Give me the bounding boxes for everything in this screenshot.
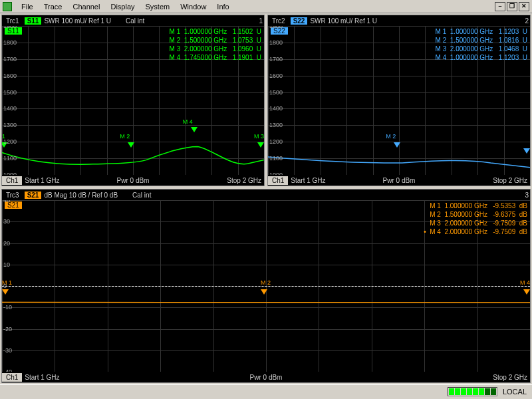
trace-label: Trc2 <box>269 17 288 25</box>
menu-info[interactable]: Info <box>211 1 234 12</box>
cal-label: Cal int <box>126 17 144 25</box>
marker-table: M 1 1.000000 GHz 1.1203 U M 2 1.500000 G… <box>436 27 527 62</box>
menu-display[interactable]: Display <box>105 1 140 12</box>
sparam-badge: S11 <box>25 17 42 25</box>
y-axis-label: 1800 <box>269 39 283 46</box>
y-axis-label: 10 <box>3 261 10 268</box>
marker-table: M 1 1.000000 GHz 1.1502 U M 2 1.500000 G… <box>170 27 261 62</box>
cal-label: Cal int <box>132 192 151 199</box>
y-axis-label: 1500 <box>269 89 283 96</box>
marker-m1-icon[interactable] <box>2 289 9 295</box>
panel-header: Trc3 S21 dB Mag 10 dB / Ref 0 dB Cal int… <box>2 190 530 200</box>
y-axis-label: 1400 <box>269 105 283 112</box>
marker-m2-icon[interactable] <box>261 289 267 295</box>
status-local: LOCAL <box>503 388 527 396</box>
menubar: File Trace Channel Display System Window… <box>0 0 532 13</box>
reference-line <box>2 286 530 287</box>
y-axis-label: 1200 <box>269 138 283 145</box>
power-label: Pwr 0 dBm <box>117 177 150 184</box>
marker-m34-label: M 4 <box>520 279 530 286</box>
channel-label: Ch1 <box>2 176 22 185</box>
marker-m2-label: M 2 <box>120 133 130 140</box>
trace-label: Trc1 <box>3 17 22 25</box>
plot-area-s22[interactable]: S22 M 1 1.000000 GHz 1.1203 U M 2 1.5000… <box>268 26 530 175</box>
trace-panel-s11[interactable]: Trc1 S11 SWR 100 mU/ Ref 1 U Cal int 1 S… <box>1 15 265 186</box>
y-axis-label: 1300 <box>269 122 283 128</box>
panel-index: 1 <box>259 17 263 25</box>
marker-m3-icon[interactable] <box>257 142 264 148</box>
sparam-badge: S21 <box>25 192 42 199</box>
statusbar: LOCAL <box>0 384 532 398</box>
power-label: Pwr 0 dBm <box>250 374 283 381</box>
format-label: SWR 100 mU/ Ref 1 U <box>44 17 111 25</box>
panel-header: Trc1 S11 SWR 100 mU/ Ref 1 U Cal int 1 <box>2 15 264 26</box>
marker-m4-label: M 4 <box>183 118 193 125</box>
marker-m4-icon[interactable] <box>191 127 198 132</box>
panel-index: 2 <box>525 17 529 25</box>
y-axis-label: -20 <box>3 326 12 332</box>
trace-label: Trc3 <box>3 192 22 199</box>
panel-header: Trc2 S22 SWR 100 mU/ Ref 1 U 2 <box>268 15 530 26</box>
marker-m2-label: M 2 <box>261 279 271 286</box>
panel-index: 3 <box>525 192 529 199</box>
start-freq: Start 1 GHz <box>25 177 59 184</box>
y-axis-label: 30 <box>3 218 10 225</box>
y-axis-label: 1600 <box>269 72 283 79</box>
sparam-badge: S22 <box>291 17 308 25</box>
trace-panel-s21[interactable]: Trc3 S21 dB Mag 10 dB / Ref 0 dB Cal int… <box>1 189 531 383</box>
marker-m2-icon[interactable] <box>394 142 400 148</box>
y-axis-label: 1500 <box>3 89 17 96</box>
stop-freq: Stop 2 GHz <box>493 374 527 381</box>
marker-m3-icon[interactable] <box>523 148 530 154</box>
menu-system[interactable]: System <box>140 1 176 12</box>
stop-freq: Stop 2 GHz <box>493 177 527 184</box>
channel-label: Ch1 <box>268 176 288 185</box>
marker-m3-icon[interactable] <box>523 289 530 295</box>
y-axis-label: 40 <box>3 200 10 203</box>
y-axis-label: 1700 <box>3 56 17 63</box>
y-axis-label: 1600 <box>3 72 17 79</box>
y-axis-label: -30 <box>3 347 12 354</box>
panel-footer: Ch1 Start 1 GHz Pwr 0 dBm Stop 2 GHz <box>268 175 530 186</box>
y-axis-label: 1400 <box>3 105 17 112</box>
y-axis-label: 0 <box>3 283 7 289</box>
y-axis-label: 1900 <box>269 26 283 29</box>
plot-area-s21[interactable]: S21 M 1 1.000000 GHz -9.5353 dB M 2 1.50… <box>2 200 530 372</box>
app-icon <box>3 2 12 11</box>
y-axis-label: -10 <box>3 304 12 311</box>
minimize-button[interactable]: – <box>495 2 505 11</box>
stop-freq: Stop 2 GHz <box>227 177 261 184</box>
window-controls: – ❐ ✕ <box>495 2 529 11</box>
marker-table: M 1 1.000000 GHz -9.5353 dB M 2 1.500000… <box>424 201 527 236</box>
plot-area-s11[interactable]: S11 M 1 1.000000 GHz 1.1502 U M 2 1.5000… <box>2 26 264 175</box>
start-freq: Start 1 GHz <box>25 374 59 381</box>
panel-footer: Ch1 Start 1 GHz Pwr 0 dBm Stop 2 GHz <box>2 372 530 382</box>
status-led-strip <box>448 387 497 396</box>
maximize-button[interactable]: ❐ <box>507 2 517 11</box>
panel-footer: Ch1 Start 1 GHz Pwr 0 dBm Stop 2 GHz <box>2 175 264 186</box>
workspace: Trc1 S11 SWR 100 mU/ Ref 1 U Cal int 1 S… <box>0 13 532 384</box>
y-axis-label: 1300 <box>3 122 17 128</box>
format-label: dB Mag 10 dB / Ref 0 dB <box>44 192 118 199</box>
y-axis-label: 1100 <box>269 155 283 162</box>
power-label: Pwr 0 dBm <box>383 177 416 184</box>
y-axis-label: 1700 <box>269 56 283 63</box>
marker-m2-label: M 2 <box>386 133 396 140</box>
menu-window[interactable]: Window <box>175 1 211 12</box>
trace-panel-s22[interactable]: Trc2 S22 SWR 100 mU/ Ref 1 U 2 S22 M 1 1… <box>267 15 531 186</box>
menu-channel[interactable]: Channel <box>67 1 105 12</box>
start-freq: Start 1 GHz <box>291 177 325 184</box>
close-button[interactable]: ✕ <box>519 2 529 11</box>
y-axis-label: 20 <box>3 240 10 247</box>
y-axis-label: 1800 <box>3 39 17 46</box>
format-label: SWR 100 mU/ Ref 1 U <box>310 17 377 25</box>
marker-m2-icon[interactable] <box>128 142 134 148</box>
y-axis-label: 1900 <box>3 26 17 29</box>
y-axis-label: 1100 <box>3 155 17 162</box>
menu-trace[interactable]: Trace <box>39 1 68 12</box>
marker-m3-label: M 3 <box>254 133 264 140</box>
menu-file[interactable]: File <box>16 1 39 12</box>
channel-label: Ch1 <box>2 373 22 382</box>
y-axis-label: 1200 <box>3 138 17 145</box>
